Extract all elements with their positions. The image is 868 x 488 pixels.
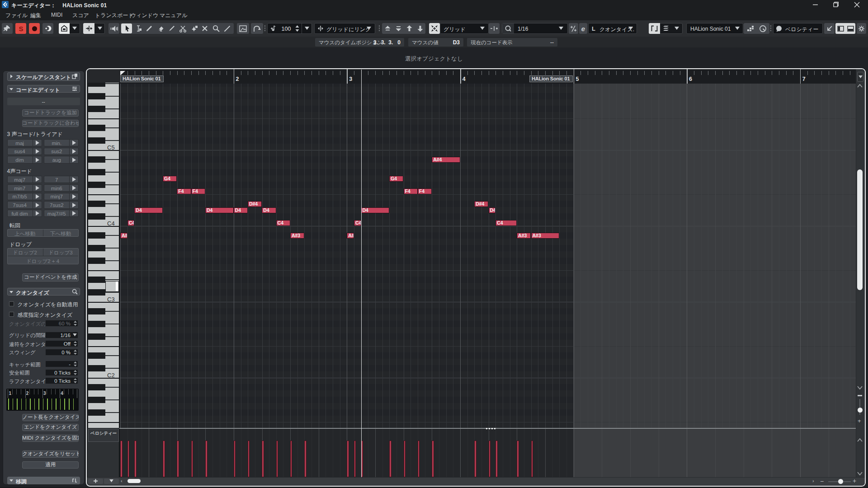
svg-text:S: S — [19, 25, 23, 33]
